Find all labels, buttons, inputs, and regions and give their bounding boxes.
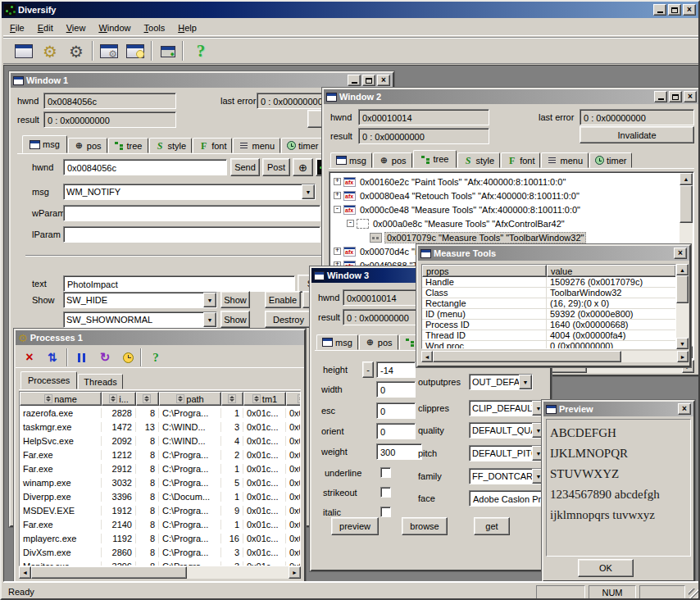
pitch-combo[interactable]: DEFAULT_PITCH ▼ bbox=[469, 445, 546, 461]
refresh-button[interactable]: ↻ bbox=[94, 348, 116, 367]
help-button[interactable]: ? bbox=[145, 348, 166, 367]
tab-menu[interactable]: menu bbox=[233, 138, 280, 153]
props-hscrollbar[interactable]: ◄ ► bbox=[421, 351, 689, 362]
column-header-tm2[interactable] bbox=[286, 392, 301, 406]
table-row[interactable]: DivXsm.exe 2860 8 C:\Progra... 3 0x01c..… bbox=[20, 545, 300, 559]
tab-timer[interactable]: timer bbox=[281, 138, 324, 153]
tab-msg[interactable]: msg bbox=[330, 152, 372, 168]
tree-row[interactable]: 0x0017079c "Measure Tools" "ToolbarWindo… bbox=[330, 230, 693, 244]
maximize-button[interactable] bbox=[668, 4, 681, 16]
scroll-down-icon[interactable]: ▼ bbox=[676, 338, 689, 349]
scroll-thumb[interactable] bbox=[433, 351, 621, 362]
tree-expand-toggle[interactable]: + bbox=[334, 178, 341, 185]
tree-expand-toggle[interactable]: + bbox=[334, 192, 341, 199]
scroll-right-icon[interactable]: ► bbox=[677, 351, 689, 362]
italic-checkbox[interactable] bbox=[380, 507, 391, 517]
table-row[interactable]: Far.exe 1212 8 C:\Progra... 2 0x01c... 0… bbox=[20, 448, 300, 461]
tree-expand-toggle[interactable] bbox=[360, 234, 367, 241]
column-header-value[interactable]: value bbox=[547, 265, 676, 277]
tree-row[interactable]: - 0x000a0e8c "Measure Tools" "AfxControl… bbox=[330, 216, 693, 230]
minimize-button[interactable] bbox=[348, 75, 361, 86]
tab-msg[interactable]: msg bbox=[22, 135, 67, 153]
scroll-thumb[interactable] bbox=[676, 275, 689, 303]
scroll-up-icon[interactable]: ▲ bbox=[680, 173, 693, 185]
tree-expand-toggle[interactable]: - bbox=[334, 206, 341, 213]
msg-combo[interactable]: WM_NOTIFY ▼ bbox=[63, 184, 316, 200]
tree-row[interactable]: + 0x00160e2c "Paint Tools" "Afx:400000:8… bbox=[330, 175, 693, 189]
msg-hwnd-input[interactable]: 0x0084056c bbox=[63, 159, 227, 175]
show-button-2[interactable]: Show bbox=[220, 311, 250, 328]
table-row[interactable]: Wnd proc 0 (0x00000000) bbox=[422, 341, 675, 349]
column-header-name[interactable]: name bbox=[20, 392, 102, 406]
target-button[interactable]: ⊕ bbox=[293, 158, 313, 176]
tab-font[interactable]: Ffont bbox=[501, 152, 540, 168]
gear-gold-button[interactable]: ⚙ bbox=[38, 40, 62, 62]
tab-tree[interactable]: tree bbox=[413, 150, 457, 168]
table-row[interactable]: razerofa.exe 2828 8 C:\Progra... 1 0x01c… bbox=[20, 406, 300, 420]
tab-menu[interactable]: menu bbox=[541, 152, 589, 168]
column-header-path[interactable]: path bbox=[159, 392, 221, 406]
tab-msg[interactable]: msg bbox=[316, 334, 358, 350]
sort-spinner-icon[interactable] bbox=[109, 394, 117, 403]
table-row[interactable]: Handle 1509276 (0x0017079c) bbox=[422, 277, 675, 288]
outputpres-combo[interactable]: OUT_DEFAULT_PRECIS: Spe ▼ bbox=[469, 374, 533, 390]
chevron-down-icon[interactable]: ▼ bbox=[519, 375, 532, 389]
close-button[interactable]: × bbox=[674, 248, 687, 259]
table-row[interactable]: Far.exe 2912 8 C:\Progra... 1 0x01c... 0… bbox=[20, 461, 300, 475]
window-gear-button[interactable]: ⚙ bbox=[97, 40, 121, 62]
table-row[interactable]: Process ID 1640 (0x00000668) bbox=[422, 320, 675, 330]
wparam-input[interactable] bbox=[63, 205, 320, 221]
table-row[interactable]: Rectangle (16, 29):(0 x 0) bbox=[422, 298, 675, 309]
close-button[interactable]: × bbox=[377, 75, 390, 86]
tree-expand-toggle[interactable]: - bbox=[347, 220, 354, 227]
quality-combo[interactable]: DEFAULT_QUALITY ▼ bbox=[469, 422, 546, 439]
gear-dark-button[interactable]: ⚙ bbox=[64, 40, 89, 62]
tab-pos[interactable]: ⊕pos bbox=[68, 138, 107, 153]
menu-file[interactable]: File bbox=[3, 21, 31, 34]
tab-processes[interactable]: Processes bbox=[20, 371, 77, 389]
kill-process-button[interactable]: × bbox=[19, 348, 40, 367]
invalidate-button[interactable]: Invalidate bbox=[580, 126, 694, 143]
family-combo[interactable]: FF_DONTCARE ▼ bbox=[469, 468, 546, 484]
table-row[interactable]: Class ToolbarWindow32 bbox=[422, 288, 675, 298]
sort-spinner-icon[interactable] bbox=[228, 394, 236, 403]
resize-grip[interactable] bbox=[689, 589, 699, 599]
face-input[interactable]: Adobe Caslon Pro bbox=[469, 490, 546, 507]
close-button[interactable]: × bbox=[683, 4, 696, 16]
chevron-down-icon[interactable]: ▼ bbox=[302, 184, 315, 199]
lparam-input[interactable] bbox=[63, 226, 320, 243]
table-row[interactable]: Diverpp.exe 3396 8 C:\Docum... 1 0x01c..… bbox=[20, 489, 300, 503]
underline-checkbox[interactable] bbox=[380, 467, 391, 478]
tab-threads[interactable]: Threads bbox=[78, 374, 122, 389]
tab-font[interactable]: Ffont bbox=[193, 138, 232, 153]
new-window-button[interactable] bbox=[11, 40, 36, 62]
pause-button[interactable] bbox=[71, 348, 93, 367]
help-button[interactable]: ? bbox=[189, 40, 213, 62]
width-input[interactable]: 0 bbox=[376, 381, 416, 398]
tab-timer[interactable]: timer bbox=[589, 152, 632, 168]
tab-style[interactable]: Sstyle bbox=[149, 138, 193, 153]
process-hscrollbar[interactable]: ◄ ► bbox=[19, 566, 301, 579]
scroll-thumb[interactable] bbox=[31, 566, 187, 579]
post-button[interactable]: Post bbox=[262, 158, 290, 176]
maximize-button[interactable] bbox=[362, 75, 375, 86]
menu-window[interactable]: Window bbox=[92, 21, 137, 34]
sort-spinner-icon[interactable] bbox=[252, 394, 261, 403]
scroll-left-icon[interactable]: ◄ bbox=[19, 566, 31, 579]
table-row[interactable]: MSDEV.EXE 1912 8 C:\Progra... 9 0x01c...… bbox=[20, 503, 300, 517]
sort-spinner-icon[interactable] bbox=[44, 394, 52, 403]
table-row[interactable]: ID (menu) 59392 (0x0000e800) bbox=[422, 309, 675, 320]
column-header-id[interactable]: i... bbox=[102, 392, 136, 406]
tree-row[interactable]: + 0x00080ea4 "Retouch Tools" "Afx:400000… bbox=[330, 189, 693, 202]
column-header-tm1[interactable]: tm1 bbox=[243, 392, 286, 406]
get-button[interactable]: get bbox=[474, 517, 510, 535]
minimize-button[interactable] bbox=[653, 4, 666, 16]
show-button[interactable]: Show bbox=[220, 291, 250, 308]
tab-pos[interactable]: ⊕pos bbox=[373, 152, 412, 168]
minimize-button[interactable] bbox=[654, 91, 667, 102]
tab-tree[interactable]: tree bbox=[108, 138, 148, 153]
table-row[interactable]: mplayerc.exe 1192 8 C:\Progra... 16 0x01… bbox=[20, 531, 300, 545]
close-button[interactable]: × bbox=[684, 91, 697, 102]
column-header-wnd[interactable] bbox=[221, 392, 243, 406]
tree-row[interactable]: - 0x000c0e48 "Measure Tools" "Afx:400000… bbox=[330, 202, 693, 216]
